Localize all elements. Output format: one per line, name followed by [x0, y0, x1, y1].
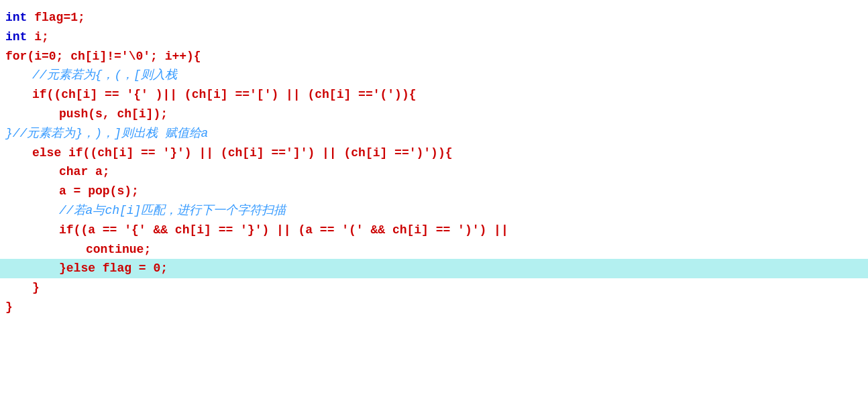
code-text: char a; [59, 162, 110, 182]
code-text: push(s, ch[i]); [59, 105, 168, 124]
code-line: continue; [0, 240, 868, 260]
code-text: a = pop(s); [59, 182, 139, 201]
code-text: for(i=0; ch[i]!='\0'; i++){ [5, 47, 201, 66]
code-line: //若a与ch[i]匹配，进行下一个字符扫描 [0, 201, 868, 221]
code-line-highlighted: }else flag = 0; [0, 259, 868, 278]
code-text: } [5, 298, 13, 317]
code-line: int flag=1; [0, 8, 868, 27]
code-line: char a; [0, 162, 868, 182]
keyword-int: int [5, 8, 27, 27]
code-line: push(s, ch[i]); [0, 105, 868, 124]
code-text: } [32, 278, 40, 298]
code-line: for(i=0; ch[i]!='\0'; i++){ [0, 47, 868, 66]
code-line: } [0, 278, 868, 298]
code-text: if((a == '{' && ch[i] == '}') || (a == '… [59, 221, 508, 240]
code-line: if((ch[i] == '{' )|| (ch[i] =='[') || (c… [0, 85, 868, 105]
comment-text: //元素若为{，(，[则入栈 [32, 66, 177, 85]
code-text: else if((ch[i] == '}') || (ch[i] ==']') … [32, 144, 453, 163]
code-text: }else flag = 0; [59, 259, 168, 278]
code-block: int flag=1; int i; for(i=0; ch[i]!='\0';… [0, 5, 868, 320]
comment-text: //若a与ch[i]匹配，进行下一个字符扫描 [59, 201, 286, 221]
code-text: i; [27, 27, 48, 47]
code-line: a = pop(s); [0, 182, 868, 201]
keyword-int: int [5, 27, 27, 47]
code-line: } [0, 298, 868, 317]
code-line: if((a == '{' && ch[i] == '}') || (a == '… [0, 221, 868, 240]
comment-text: }//元素若为}，)，]则出栈 赋值给a [5, 124, 208, 144]
code-text: flag=1; [27, 8, 85, 27]
code-line: //元素若为{，(，[则入栈 [0, 66, 868, 85]
code-text: if((ch[i] == '{' )|| (ch[i] =='[') || (c… [32, 85, 417, 105]
code-line: }//元素若为}，)，]则出栈 赋值给a [0, 124, 868, 144]
code-line: int i; [0, 27, 868, 47]
code-line: else if((ch[i] == '}') || (ch[i] ==']') … [0, 144, 868, 163]
code-text: continue; [86, 240, 151, 260]
